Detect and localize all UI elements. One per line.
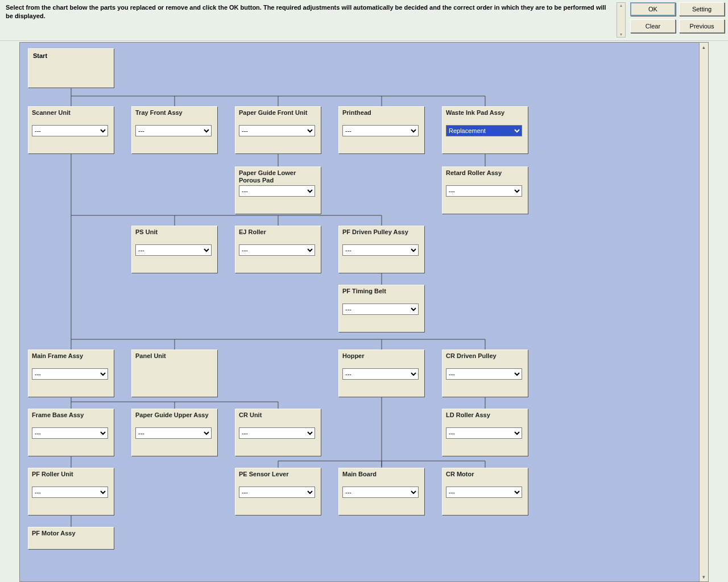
canvas-scrollbar[interactable]: ▴ ▾	[699, 43, 708, 581]
node-label: CR Unit	[239, 411, 317, 427]
node-label: PF Motor Assy	[32, 530, 110, 546]
node-label: Main Board	[342, 471, 421, 487]
node-select[interactable]: ---	[135, 125, 212, 136]
node-label: Frame Base Assy	[32, 411, 110, 427]
node-select[interactable]: ---	[342, 304, 419, 315]
node-select[interactable]: ---	[446, 487, 522, 498]
node-printhead[interactable]: Printhead ---	[338, 106, 425, 154]
node-select[interactable]: Replacement	[446, 125, 522, 136]
flowchart-canvas: Start Scanner Unit --- Tray Front Assy -…	[19, 42, 709, 582]
node-select[interactable]: ---	[32, 368, 108, 380]
node-select[interactable]: ---	[239, 487, 315, 498]
node-select[interactable]: ---	[446, 368, 522, 380]
node-select[interactable]: ---	[239, 244, 315, 256]
node-label: Waste Ink Pad Assy	[446, 109, 524, 125]
header-bar: Select from the chart below the parts yo…	[0, 0, 728, 41]
node-label: EJ Roller	[239, 228, 317, 244]
node-label: Retard Roller Assy	[446, 169, 524, 185]
scroll-down-icon[interactable]: ▾	[620, 32, 622, 37]
scroll-up-icon[interactable]: ▴	[702, 43, 705, 52]
node-cr-unit[interactable]: CR Unit ---	[235, 409, 321, 456]
node-pf-timing-belt[interactable]: PF Timing Belt ---	[338, 285, 425, 332]
node-select[interactable]: ---	[239, 427, 315, 439]
node-label: PF Timing Belt	[342, 288, 421, 304]
node-label: Panel Unit	[135, 352, 214, 368]
button-row-bottom: Clear Previous	[630, 19, 725, 33]
scroll-up-icon[interactable]: ▴	[620, 3, 622, 8]
node-select[interactable]: ---	[446, 427, 522, 439]
node-label: PF Roller Unit	[32, 471, 110, 487]
clear-button[interactable]: Clear	[630, 19, 676, 33]
node-select[interactable]: ---	[32, 487, 108, 498]
node-select[interactable]: ---	[446, 185, 522, 197]
scroll-down-icon[interactable]: ▾	[702, 572, 705, 581]
instruction-text: Select from the chart below the parts yo…	[3, 2, 617, 22]
node-cr-motor[interactable]: CR Motor ---	[442, 468, 528, 516]
node-select[interactable]: ---	[342, 487, 419, 498]
node-select[interactable]: ---	[342, 368, 419, 380]
node-select[interactable]: ---	[32, 125, 108, 136]
node-main-board[interactable]: Main Board ---	[338, 468, 425, 516]
instruction-scrollbar[interactable]: ▴ ▾	[617, 2, 626, 38]
node-scanner-unit[interactable]: Scanner Unit ---	[28, 106, 114, 154]
node-hopper[interactable]: Hopper ---	[338, 350, 425, 397]
node-select[interactable]: ---	[135, 427, 212, 439]
button-row-top: OK Setting	[630, 2, 725, 16]
node-start[interactable]: Start	[28, 48, 114, 88]
node-ps-unit[interactable]: PS Unit ---	[131, 226, 218, 273]
node-label: PS Unit	[135, 228, 214, 244]
node-start-label: Start	[33, 52, 47, 59]
node-label: CR Driven Pulley	[446, 352, 524, 368]
instruction-area: Select from the chart below the parts yo…	[3, 2, 626, 39]
node-label: CR Motor	[446, 471, 524, 487]
node-pf-driven-pulley-assy[interactable]: PF Driven Pulley Assy ---	[338, 226, 425, 273]
node-paper-guide-lower-porous-pad[interactable]: Paper Guide Lower Porous Pad ---	[235, 167, 321, 214]
node-tray-front-assy[interactable]: Tray Front Assy ---	[131, 106, 218, 154]
node-select[interactable]: ---	[342, 125, 419, 136]
node-label: Paper Guide Lower Porous Pad	[239, 169, 317, 185]
node-select[interactable]: ---	[239, 185, 315, 197]
node-label: Hopper	[342, 352, 421, 368]
ok-button[interactable]: OK	[630, 2, 676, 16]
node-waste-ink-pad-assy[interactable]: Waste Ink Pad Assy Replacement	[442, 106, 528, 154]
node-paper-guide-upper-assy[interactable]: Paper Guide Upper Assy ---	[131, 409, 218, 456]
node-select[interactable]: ---	[135, 244, 212, 256]
node-label: LD Roller Assy	[446, 411, 524, 427]
node-paper-guide-front-unit[interactable]: Paper Guide Front Unit ---	[235, 106, 321, 154]
previous-button[interactable]: Previous	[679, 19, 725, 33]
node-cr-driven-pulley[interactable]: CR Driven Pulley ---	[442, 350, 528, 397]
node-label: Paper Guide Front Unit	[239, 109, 317, 125]
node-label: PF Driven Pulley Assy	[342, 228, 421, 244]
node-label: Tray Front Assy	[135, 109, 214, 125]
node-ld-roller-assy[interactable]: LD Roller Assy ---	[442, 409, 528, 456]
node-pf-roller-unit[interactable]: PF Roller Unit ---	[28, 468, 114, 516]
node-retard-roller-assy[interactable]: Retard Roller Assy ---	[442, 167, 528, 214]
node-pf-motor-assy[interactable]: PF Motor Assy	[28, 527, 114, 550]
node-panel-unit[interactable]: Panel Unit	[131, 350, 218, 397]
node-label: Main Frame Assy	[32, 352, 110, 368]
node-label: PE Sensor Lever	[239, 471, 317, 487]
button-column: OK Setting Clear Previous	[626, 2, 725, 33]
node-label: Paper Guide Upper Assy	[135, 411, 214, 427]
node-select[interactable]: ---	[32, 427, 108, 439]
node-frame-base-assy[interactable]: Frame Base Assy ---	[28, 409, 114, 456]
node-select[interactable]: ---	[342, 244, 419, 256]
node-label: Printhead	[342, 109, 421, 125]
node-ej-roller[interactable]: EJ Roller ---	[235, 226, 321, 273]
node-select[interactable]: ---	[239, 125, 315, 136]
node-pe-sensor-lever[interactable]: PE Sensor Lever ---	[235, 468, 321, 516]
node-label: Scanner Unit	[32, 109, 110, 125]
node-main-frame-assy[interactable]: Main Frame Assy ---	[28, 350, 114, 397]
setting-button[interactable]: Setting	[679, 2, 725, 16]
